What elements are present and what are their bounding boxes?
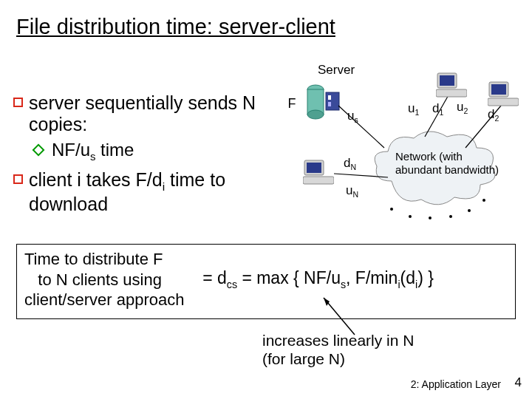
- formula-box: Time to distribute F to N clients using …: [16, 244, 516, 319]
- network-diagram: Server F us u1 d1 u2 d2 dN uN Network (w…: [266, 63, 521, 229]
- u1-label: u1: [408, 101, 419, 117]
- d1-label: d1: [432, 101, 443, 117]
- svg-rect-24: [303, 177, 334, 184]
- u2-label: u2: [457, 100, 468, 115]
- bullet-1-sub: NF/us time: [34, 140, 257, 163]
- bullet-square-icon: [13, 98, 23, 107]
- svg-rect-18: [436, 89, 467, 97]
- svg-point-15: [482, 199, 485, 202]
- slide-title: File distribution time: server-client: [16, 15, 335, 39]
- formula-left: Time to distribute F to N clients using …: [24, 249, 198, 310]
- svg-line-6: [338, 106, 384, 148]
- us-label: us: [347, 109, 358, 124]
- bullet-2: client i takes F/di time to download: [13, 169, 257, 215]
- bullet-list: server sequentially sends N copies: NF/u…: [13, 92, 257, 219]
- svg-marker-26: [324, 298, 330, 306]
- svg-rect-21: [488, 98, 519, 106]
- network-text-1: Network (with: [395, 150, 463, 163]
- chapter-label: 2: Application Layer: [411, 378, 501, 390]
- client-icon: [436, 72, 467, 98]
- footnote: increases linearly in N (for large N): [262, 331, 414, 368]
- svg-rect-17: [440, 75, 454, 86]
- bullet-1-text: server sequentially sends N copies:: [29, 92, 257, 135]
- svg-point-13: [449, 215, 452, 218]
- svg-point-12: [429, 216, 432, 219]
- page-number: 4: [515, 375, 522, 390]
- svg-point-11: [409, 215, 412, 218]
- dN-label: dN: [344, 156, 356, 171]
- svg-point-10: [390, 208, 393, 211]
- bullet-square-icon: [13, 174, 23, 184]
- svg-rect-20: [491, 84, 506, 95]
- uN-label: uN: [346, 183, 358, 199]
- svg-line-9: [334, 174, 388, 177]
- svg-point-14: [468, 209, 471, 212]
- bullet-1-sub-text: NF/us time: [52, 140, 134, 163]
- formula-right: = dcs = max { NF/us, F/mini(di) }: [202, 267, 434, 291]
- client-icon: [488, 81, 519, 107]
- client-icon: [303, 159, 334, 185]
- arrow-icon: [318, 294, 369, 335]
- bullet-2-text: client i takes F/di time to download: [29, 169, 257, 215]
- subbullet-diamond-icon: [33, 143, 45, 156]
- d2-label: d2: [488, 107, 499, 123]
- bullet-1: server sequentially sends N copies:: [13, 92, 257, 135]
- network-text-2: abundant bandwidth): [395, 163, 499, 176]
- svg-rect-23: [307, 163, 321, 173]
